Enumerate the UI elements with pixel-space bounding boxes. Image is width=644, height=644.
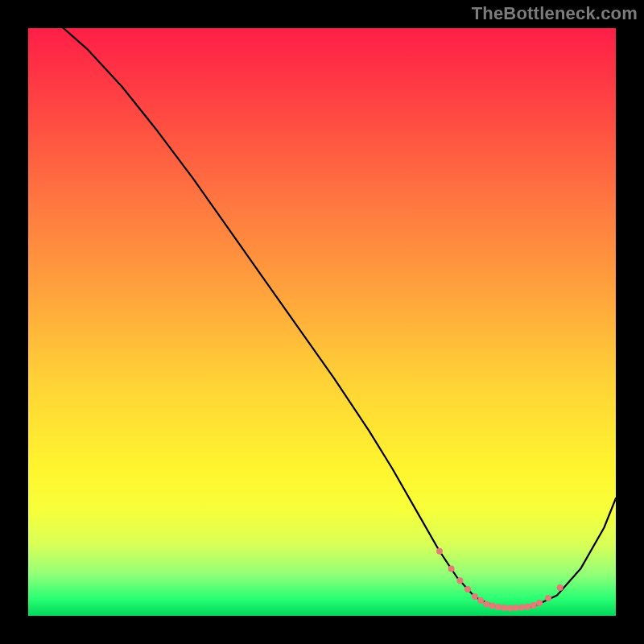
optimal-marker — [557, 584, 564, 591]
optimal-marker — [472, 593, 478, 600]
chart-plot-area — [28, 28, 616, 616]
optimal-marker — [525, 604, 531, 610]
optimal-marker — [495, 604, 502, 610]
chart-svg — [28, 28, 616, 616]
optimal-marker — [464, 586, 471, 592]
optimal-marker — [518, 604, 525, 610]
optimal-marker — [448, 566, 455, 572]
watermark-label: TheBottleneck.com — [472, 3, 638, 24]
optimal-marker — [530, 602, 537, 609]
optimal-marker — [507, 605, 514, 612]
optimal-marker — [545, 595, 551, 601]
optimal-marker — [436, 548, 443, 555]
chart-frame: TheBottleneck.com — [0, 0, 644, 644]
optimal-marker — [477, 597, 484, 604]
optimal-marker — [513, 605, 519, 611]
optimal-marker — [489, 603, 496, 609]
optimal-marker — [457, 577, 464, 584]
optimal-marker — [483, 601, 489, 607]
bottleneck-curve-path — [64, 28, 616, 609]
optimal-marker — [536, 600, 543, 606]
optimal-marker — [501, 605, 507, 611]
